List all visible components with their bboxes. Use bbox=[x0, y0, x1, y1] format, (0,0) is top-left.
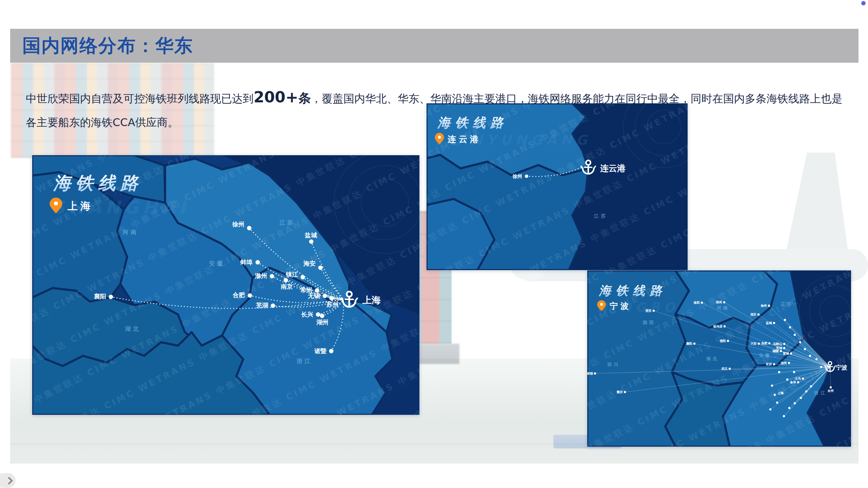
city-dot bbox=[316, 312, 320, 317]
city-dot bbox=[309, 240, 314, 244]
city-dot bbox=[776, 402, 778, 404]
hub-label: 宁波 bbox=[836, 364, 847, 371]
city-label: 海安 bbox=[303, 260, 316, 267]
city-dot bbox=[783, 347, 785, 349]
map-hub-name: 宁波 bbox=[610, 301, 631, 311]
city-dot bbox=[788, 362, 790, 364]
city-dot bbox=[820, 366, 822, 368]
city-dot bbox=[773, 322, 775, 324]
city-label: 无锡 bbox=[308, 292, 320, 299]
city-dot bbox=[270, 274, 274, 279]
city-label: 马鞍山 bbox=[773, 342, 782, 346]
city-dot bbox=[797, 381, 799, 383]
ningbo-sea-rail-map: CIMC WETRANS 中集世联达 CIMC WETRANS 中集世联达 CI… bbox=[587, 270, 851, 447]
map-title: 海铁线路 bbox=[53, 173, 143, 193]
city-dot bbox=[271, 304, 275, 308]
city-dot bbox=[780, 350, 782, 352]
next-slide-button[interactable] bbox=[0, 473, 16, 488]
city-label: 徐州 bbox=[512, 174, 522, 179]
map-background-caption: NINGBO bbox=[597, 300, 679, 315]
province-label: 河南 bbox=[716, 305, 730, 310]
city-dot bbox=[768, 342, 770, 344]
city-dot bbox=[729, 368, 731, 370]
city-dot bbox=[783, 415, 785, 417]
city-label: 重庆 bbox=[616, 390, 623, 394]
city-dot bbox=[793, 371, 795, 373]
city-dot bbox=[329, 349, 334, 353]
hub-label: 连云港 bbox=[600, 163, 626, 173]
city-label: 宣城 bbox=[783, 352, 789, 355]
city-label: 滁州 bbox=[255, 272, 267, 279]
city-dot bbox=[624, 391, 626, 393]
indicator-dot bbox=[861, 1, 866, 5]
province-label: 浙江 bbox=[814, 390, 827, 395]
city-label: 洛阳 bbox=[693, 301, 700, 304]
city-label: 安庆 bbox=[766, 362, 772, 366]
city-dot bbox=[723, 301, 725, 303]
city-dot bbox=[815, 358, 817, 360]
city-dot bbox=[810, 385, 812, 387]
province-label: 四川 bbox=[607, 362, 620, 367]
province-label: 河南 bbox=[122, 229, 138, 236]
city-label: 南京 bbox=[280, 283, 293, 290]
city-dot bbox=[830, 386, 832, 388]
city-label: 铜陵 bbox=[772, 349, 779, 353]
province-label: 安徽 bbox=[759, 353, 772, 358]
city-label: 诸暨 bbox=[314, 347, 327, 354]
city-dot bbox=[301, 275, 305, 280]
city-dot bbox=[284, 278, 288, 283]
city-dot bbox=[594, 372, 596, 374]
city-dot bbox=[773, 363, 775, 365]
city-label: 郑州 bbox=[716, 301, 722, 304]
city-label: 镇江 bbox=[285, 271, 298, 278]
slide-page: 国内网络分布：华东 中世欣荣国内自营及可控海铁班列线路现已达到200+条，覆盖国… bbox=[0, 0, 868, 488]
city-label: 盐城 bbox=[304, 231, 317, 239]
city-dot bbox=[804, 348, 806, 350]
city-dot bbox=[805, 390, 807, 392]
city-label: 湖州 bbox=[316, 319, 329, 326]
map-hub-name: 连云港 bbox=[448, 134, 481, 144]
city-label: 合肥 bbox=[232, 291, 245, 299]
lianyungang-sea-rail-map: CIMC WETRANS 中集世联达 CIMC WETRANS 中集世联达 CI… bbox=[427, 103, 688, 270]
city-label: 上海 bbox=[777, 391, 784, 395]
city-dot bbox=[794, 402, 796, 404]
province-label: 湖北 bbox=[706, 356, 719, 361]
city-dot bbox=[758, 343, 760, 345]
intro-text-pre: 中世欣荣国内自营及可控海铁班列线路现已达到 bbox=[26, 92, 254, 105]
city-dot bbox=[794, 334, 796, 336]
city-dot bbox=[320, 314, 324, 318]
intro-highlight-number: 200+ bbox=[254, 88, 298, 106]
map-title: 海铁线路 bbox=[598, 284, 667, 298]
city-dot bbox=[778, 371, 780, 373]
city-dot bbox=[800, 397, 802, 399]
province-label: 江苏 bbox=[279, 219, 295, 226]
city-dot bbox=[525, 175, 528, 178]
city-label: 襄阳 bbox=[94, 293, 106, 300]
city-dot bbox=[790, 352, 792, 354]
city-label: 芜湖 bbox=[256, 302, 268, 309]
city-dot bbox=[788, 407, 790, 409]
province-label: 浙江 bbox=[296, 358, 312, 364]
city-dot bbox=[247, 226, 252, 230]
city-label: 驻马店 bbox=[713, 325, 723, 328]
city-dot bbox=[727, 340, 729, 342]
city-label: 徐州 bbox=[232, 221, 244, 228]
city-dot bbox=[323, 294, 327, 298]
city-label: 苏州 bbox=[326, 301, 339, 308]
city-dot bbox=[724, 325, 726, 327]
city-label: 徐州 bbox=[761, 304, 767, 307]
city-label: 淮安 bbox=[750, 312, 756, 316]
city-dot bbox=[768, 305, 770, 307]
city-label: 襄阳 bbox=[686, 342, 692, 345]
map-title: 海铁线路 bbox=[437, 115, 508, 130]
city-label: 信阳 bbox=[719, 339, 726, 343]
intro-highlight-unit: 条 bbox=[298, 91, 311, 105]
city-dot bbox=[784, 319, 786, 321]
city-dot bbox=[693, 343, 695, 345]
city-dot bbox=[799, 341, 801, 343]
city-dot bbox=[330, 296, 334, 301]
city-dot bbox=[318, 266, 323, 270]
city-dot bbox=[248, 293, 252, 298]
province-label: 江苏 bbox=[781, 301, 794, 306]
lianyungang-sea-rail-map-svg: CIMC WETRANS 中集世联达 CIMC WETRANS 中集世联达 CI… bbox=[427, 103, 688, 270]
